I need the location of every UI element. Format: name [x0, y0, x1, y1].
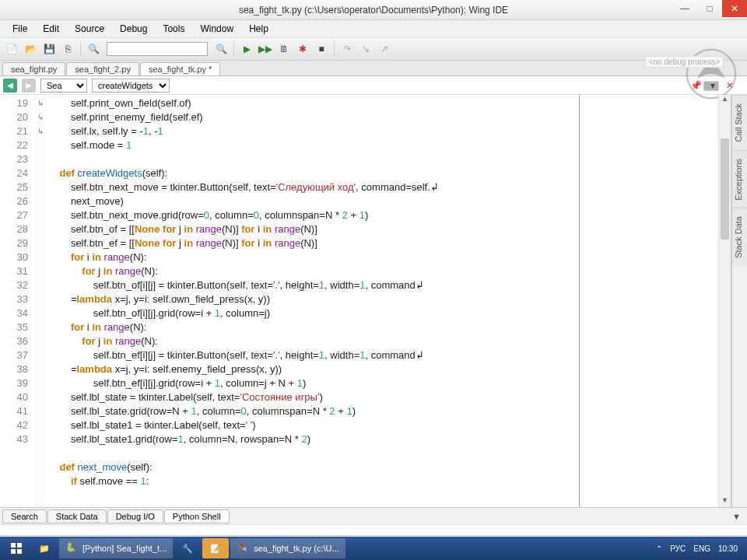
bottom-tab[interactable]: Stack Data — [47, 509, 107, 523]
search-go-icon[interactable]: 🔍 — [212, 40, 230, 58]
side-tab[interactable]: Call Stack — [732, 95, 747, 150]
menu-window[interactable]: Window — [192, 22, 241, 36]
save-all-button[interactable]: ⎘ — [59, 40, 76, 58]
code-content[interactable]: self.print_own_field(self.of) self.print… — [47, 95, 718, 507]
svg-rect-3 — [17, 543, 22, 548]
side-tab[interactable]: Exceptions — [732, 150, 747, 208]
taskbar: 📁 🐍[Python] Sea_fight_t... 🔧 📝 🪶sea_figh… — [0, 537, 747, 560]
bottom-tabs: SearchStack DataDebug I/OPython Shell▼ — [0, 507, 747, 524]
tray-lang-1[interactable]: РУС — [670, 544, 686, 553]
new-file-button[interactable]: 📄 — [3, 40, 20, 58]
debug-button[interactable]: ▶▶ — [257, 40, 274, 58]
debug-file-button[interactable]: 🗎 — [275, 40, 293, 58]
side-tab[interactable]: Stack Data — [732, 208, 747, 266]
tray-time: 10:30 — [718, 544, 738, 553]
toolbar: 📄 📂 💾 ⎘ 🔍 🔍 ▶ ▶▶ 🗎 ✱ ■ ↷ ↘ ↗ — [0, 37, 747, 61]
scrollbar-thumb[interactable] — [721, 138, 729, 240]
menu-edit[interactable]: Edit — [35, 22, 67, 36]
nav-forward-button[interactable]: ▶ — [22, 79, 36, 93]
file-tab[interactable]: sea_fight_2.py — [66, 62, 139, 75]
debug-process-indicator: <no debug process> — [645, 56, 724, 68]
open-file-button[interactable]: 📂 — [22, 40, 39, 58]
debug-bug-icon[interactable]: ✱ — [294, 40, 311, 58]
collapse-panel-icon[interactable]: ▼ — [732, 512, 741, 521]
explorer-taskbar-icon[interactable]: 📁 — [31, 538, 58, 558]
menu-help[interactable]: Help — [241, 22, 276, 36]
search-prev-icon[interactable]: 🔍 — [85, 40, 102, 58]
taskbar-app-icon[interactable]: 🔧 — [174, 538, 201, 558]
menu-debug[interactable]: Debug — [112, 22, 155, 36]
search-input[interactable] — [107, 42, 208, 56]
step-over-button[interactable]: ↷ — [338, 40, 356, 58]
close-button[interactable]: ✕ — [722, 0, 747, 17]
start-button[interactable] — [3, 538, 30, 558]
menu-source[interactable]: Source — [67, 22, 112, 36]
wing-logo-icon — [683, 46, 739, 102]
bottom-panel[interactable] — [0, 524, 747, 535]
titlebar[interactable]: sea_fight_tk.py (c:\Users\operator\Docum… — [0, 0, 747, 20]
scroll-down-icon[interactable]: ▼ — [719, 496, 731, 507]
maximize-button[interactable]: □ — [697, 0, 722, 17]
run-button[interactable]: ▶ — [238, 40, 255, 58]
line-number-gutter: 1920212223242526272829303132333435363738… — [0, 95, 34, 507]
menu-tools[interactable]: Tools — [155, 22, 192, 36]
menubar: FileEditSourceDebugToolsWindowHelp — [0, 20, 747, 37]
system-tray[interactable]: ⌃ РУС ENG 10:30 — [656, 544, 744, 553]
navigation-bar: ◀ ▶ Sea createWidgets 📌 ▾ ✕ — [0, 76, 747, 95]
taskbar-wing-window[interactable]: 🪶sea_fight_tk.py (c:\U... — [230, 538, 345, 558]
file-tab[interactable]: sea_fight_tk.py * — [140, 62, 220, 75]
side-panel: Call StackExceptionsStack Data — [731, 95, 747, 507]
code-editor[interactable]: 1920212223242526272829303132333435363738… — [0, 95, 731, 507]
bottom-tab[interactable]: Search — [2, 509, 47, 523]
window-title: sea_fight_tk.py (c:\Users\operator\Docum… — [239, 5, 508, 16]
class-selector[interactable]: Sea — [40, 79, 87, 93]
tray-lang-2[interactable]: ENG — [693, 544, 710, 553]
scroll-up-icon[interactable]: ▲ — [719, 95, 731, 106]
minimize-button[interactable]: — — [672, 0, 697, 17]
menu-file[interactable]: File — [5, 22, 35, 36]
svg-rect-4 — [11, 549, 16, 554]
method-selector[interactable]: createWidgets — [92, 79, 170, 93]
right-margin-line — [579, 95, 580, 507]
svg-rect-1 — [703, 82, 718, 91]
tray-up-icon[interactable]: ⌃ — [656, 544, 662, 553]
file-tabs: sea_fight.pysea_fight_2.pysea_fight_tk.p… — [0, 61, 747, 76]
svg-rect-2 — [11, 543, 16, 548]
svg-rect-5 — [17, 549, 22, 554]
step-into-button[interactable]: ↘ — [357, 40, 374, 58]
save-button[interactable]: 💾 — [40, 40, 58, 58]
bottom-tab[interactable]: Debug I/O — [107, 509, 163, 523]
fold-column[interactable]: ↳↳↳ — [34, 95, 47, 507]
taskbar-app-icon-2[interactable]: 📝 — [202, 538, 229, 558]
stop-button[interactable]: ■ — [313, 40, 330, 58]
taskbar-python-window[interactable]: 🐍[Python] Sea_fight_t... — [59, 538, 173, 558]
file-tab[interactable]: sea_fight.py — [2, 62, 65, 75]
step-out-button[interactable]: ↗ — [376, 40, 393, 58]
nav-back-button[interactable]: ◀ — [3, 79, 17, 93]
bottom-tab[interactable]: Python Shell — [164, 509, 230, 523]
vertical-scrollbar[interactable]: ▲ ▼ — [718, 95, 731, 507]
